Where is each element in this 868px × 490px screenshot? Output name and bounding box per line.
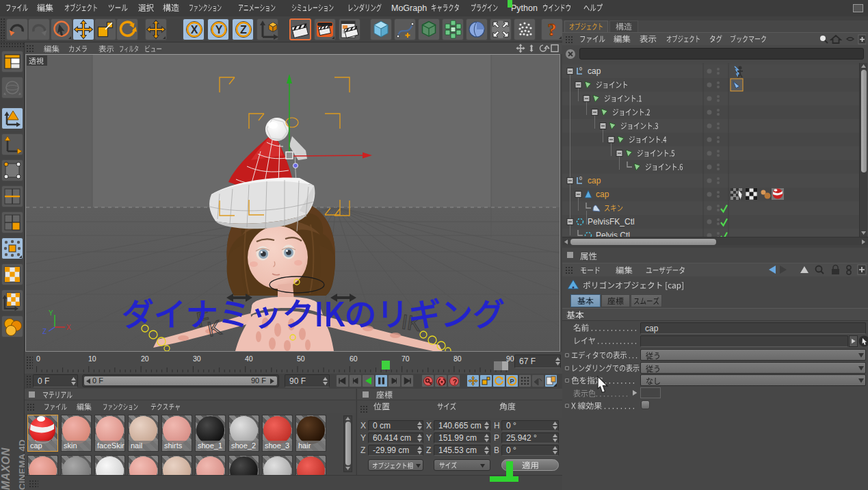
svg-text:0: 0 (579, 66, 582, 71)
svg-text:20: 20 (141, 354, 149, 363)
svg-text:Z: Z (240, 24, 247, 36)
svg-text:40: 40 (245, 354, 253, 363)
svg-text:P: P (510, 378, 514, 385)
svg-text:0: 0 (36, 354, 40, 363)
svg-text:50: 50 (297, 354, 305, 363)
svg-text:80: 80 (453, 354, 462, 363)
svg-text:cap: cap (588, 66, 601, 76)
svg-text:70: 70 (402, 354, 410, 363)
svg-text:60: 60 (350, 354, 358, 363)
svg-text:Y: Y (215, 24, 223, 36)
svg-text:10: 10 (88, 354, 96, 363)
svg-text:cap: cap (588, 176, 601, 185)
svg-text:Z: Z (42, 328, 47, 335)
svg-text:cap: cap (596, 190, 609, 199)
svg-text:Pelvis Ctl: Pelvis Ctl (596, 231, 630, 237)
svg-text:X: X (66, 324, 71, 331)
svg-text:?: ? (452, 378, 456, 386)
svg-text:Y: Y (49, 309, 53, 317)
svg-text:0: 0 (579, 176, 582, 181)
svg-text:PelvisFK_Ctl: PelvisFK_Ctl (588, 217, 635, 227)
svg-text:30: 30 (193, 354, 201, 363)
svg-text:X: X (191, 24, 198, 36)
svg-text:?: ? (548, 20, 557, 40)
